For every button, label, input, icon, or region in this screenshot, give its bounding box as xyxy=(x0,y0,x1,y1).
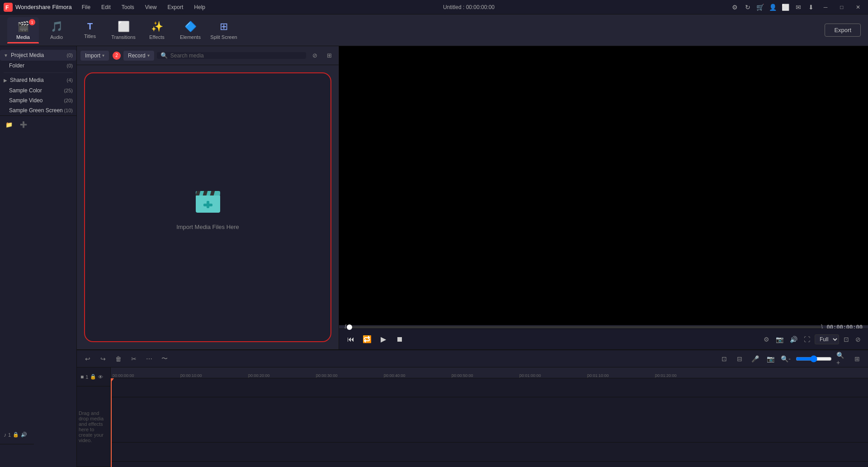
titlebar-icon-2[interactable]: ↻ xyxy=(743,3,752,12)
minimize-button[interactable]: ─ xyxy=(819,3,832,12)
sidebar-item-shared-media[interactable]: ▶ Shared Media (4) xyxy=(0,75,76,86)
menu-view[interactable]: View xyxy=(143,3,159,11)
fullscreen-btn[interactable]: ⛶ xyxy=(802,335,812,344)
video-lock-icon[interactable]: 🔒 xyxy=(90,374,96,380)
volume-btn[interactable]: 🔊 xyxy=(788,335,799,344)
ruler-mark-1: 00:00:10:00 xyxy=(180,373,202,378)
sample-video-label: Sample Video xyxy=(9,97,43,104)
preview-right-controls: ⚙ 📷 🔊 ⛶ Full ⊡ ⊘ xyxy=(762,334,863,344)
video-eye-icon[interactable]: 👁 xyxy=(98,374,103,380)
video-track-row xyxy=(111,378,868,397)
elements-icon: 🔷 xyxy=(184,21,197,33)
ruler-line-4 xyxy=(384,374,384,378)
record-button[interactable]: Record ▾ xyxy=(123,51,154,61)
sidebar-item-sample-color[interactable]: Sample Color (25) xyxy=(0,86,76,95)
transitions-icon: ⬜ xyxy=(118,21,130,33)
split-button[interactable]: ✂ xyxy=(128,353,139,364)
toolbar-audio[interactable]: 🎵 Audio xyxy=(41,17,72,43)
sidebar-item-sample-video[interactable]: Sample Video (20) xyxy=(0,95,76,105)
toolbar: 1 🎬 Media 🎵 Audio T Titles ⬜ Transitions… xyxy=(0,14,868,46)
snap-button[interactable]: ⊟ xyxy=(734,353,745,364)
audio-label: Audio xyxy=(50,34,63,40)
mic-button[interactable]: 🎤 xyxy=(750,353,760,364)
sidebar-divider xyxy=(4,72,73,73)
stop-button[interactable]: ⏹ xyxy=(393,333,406,346)
titlebar-icon-4[interactable]: 👤 xyxy=(769,3,778,12)
zoom-slider[interactable] xyxy=(796,355,832,362)
settings-preview-btn[interactable]: ⚙ xyxy=(762,335,771,344)
timeline-content: ■ 1 🔒 👁 Drag and drop media and effects … xyxy=(77,367,868,467)
full-view-button[interactable]: ⊞ xyxy=(852,353,863,364)
titlebar-icon-3[interactable]: 🛒 xyxy=(756,3,765,12)
sidebar: ▼ Project Media (0) Folder (0) ▶ Shared … xyxy=(0,46,77,467)
filter-icon[interactable]: ⊘ xyxy=(309,50,321,62)
pip-btn[interactable]: ⊡ xyxy=(842,335,851,344)
menu-tools[interactable]: Tools xyxy=(120,3,136,11)
drop-zone[interactable]: Import Media Files Here xyxy=(84,72,331,342)
titles-label: Titles xyxy=(84,33,96,39)
zoom-fit-button[interactable]: ⊡ xyxy=(719,353,730,364)
zoom-out-button[interactable]: 🔍- xyxy=(780,353,791,364)
toolbar-elements[interactable]: 🔷 Elements xyxy=(175,17,206,43)
step-back-button[interactable]: ⏮ xyxy=(344,333,357,346)
more-button[interactable]: ⋯ xyxy=(144,353,155,364)
compare-btn[interactable]: ⊘ xyxy=(854,335,863,344)
delete-button[interactable]: 🗑 xyxy=(113,353,124,364)
ruler-mark-6: 00:01:00:00 xyxy=(519,373,541,378)
menu-edit[interactable]: Edit xyxy=(99,3,113,11)
ruler-line-0 xyxy=(113,374,113,378)
grid-view-icon[interactable]: ⊞ xyxy=(323,50,335,62)
zoom-in-button[interactable]: 🔍+ xyxy=(836,353,847,364)
sidebar-new-folder-btn[interactable]: 📁 xyxy=(4,119,14,130)
content-area: Import ▾ 2 Record ▾ 🔍 ⊘ ⊞ xyxy=(77,46,868,467)
screenshot-btn[interactable]: 📷 xyxy=(774,335,785,344)
sidebar-item-project-media[interactable]: ▼ Project Media (0) xyxy=(0,50,76,61)
import-button[interactable]: Import ▾ xyxy=(80,51,109,61)
track-label-video1: ■ 1 🔒 👁 xyxy=(77,367,110,386)
titlebar-icon-6[interactable]: ✉ xyxy=(794,3,803,12)
titles-icon: T xyxy=(87,21,93,32)
media-label: Media xyxy=(16,34,30,40)
scrubber-bar[interactable] xyxy=(347,326,821,328)
sidebar-add-btn[interactable]: ➕ xyxy=(18,119,29,130)
playhead[interactable] xyxy=(111,378,112,467)
menu-help[interactable]: Help xyxy=(192,3,207,11)
play-button[interactable]: ▶ xyxy=(377,333,390,346)
redo-button[interactable]: ↪ xyxy=(98,353,108,364)
toolbar-media[interactable]: 1 🎬 Media xyxy=(7,17,39,43)
ruler-mark-0: 00:00:00:00 xyxy=(113,373,134,378)
project-media-label: Project Media xyxy=(11,52,44,58)
titlebar-icon-5[interactable]: ⬜ xyxy=(781,3,790,12)
titlebar-icon-1[interactable]: ⚙ xyxy=(731,3,740,12)
timeline-track-area[interactable] xyxy=(111,378,868,467)
video-track-icon: ■ xyxy=(80,374,84,380)
project-media-arrow: ▼ xyxy=(4,53,8,58)
sidebar-item-sample-green-screen[interactable]: Sample Green Screen (10) xyxy=(0,105,76,115)
menu-export[interactable]: Export xyxy=(166,3,185,11)
ruler-line-5 xyxy=(452,374,452,378)
ruler-line-8 xyxy=(655,374,656,378)
camera-button[interactable]: 📷 xyxy=(765,353,776,364)
toolbar-split-screen[interactable]: ⊞ Split Screen xyxy=(208,17,240,43)
ruler-line-3 xyxy=(316,374,316,378)
sample-color-count: (25) xyxy=(64,88,73,93)
sidebar-item-folder[interactable]: Folder (0) xyxy=(0,61,76,71)
scrubber-handle[interactable] xyxy=(347,324,352,330)
titlebar-icon-7[interactable]: ⬇ xyxy=(807,3,816,12)
drop-zone-text: Import Media Files Here xyxy=(176,224,239,230)
menu-file[interactable]: File xyxy=(80,3,92,11)
title-text: Untitled : 00:00:00:00 xyxy=(443,4,495,10)
toolbar-transitions[interactable]: ⬜ Transitions xyxy=(108,17,139,43)
close-button[interactable]: ✕ xyxy=(852,3,864,12)
toolbar-effects[interactable]: ✨ Effects xyxy=(141,17,173,43)
undo-button[interactable]: ↩ xyxy=(82,353,93,364)
folder-count: (0) xyxy=(67,63,73,68)
search-input[interactable] xyxy=(170,52,302,59)
toolbar-titles[interactable]: T Titles xyxy=(74,17,106,43)
audio-waves-button[interactable]: 〜 xyxy=(159,353,170,364)
quality-select[interactable]: Full xyxy=(815,334,839,344)
export-button[interactable]: Export xyxy=(825,24,861,37)
maximize-button[interactable]: □ xyxy=(835,3,848,12)
timeline-ruler: 00:00:00:00 00:00:10:00 00:00:20:00 00:0… xyxy=(111,367,868,378)
play-loop-button[interactable]: 🔁 xyxy=(361,333,373,346)
